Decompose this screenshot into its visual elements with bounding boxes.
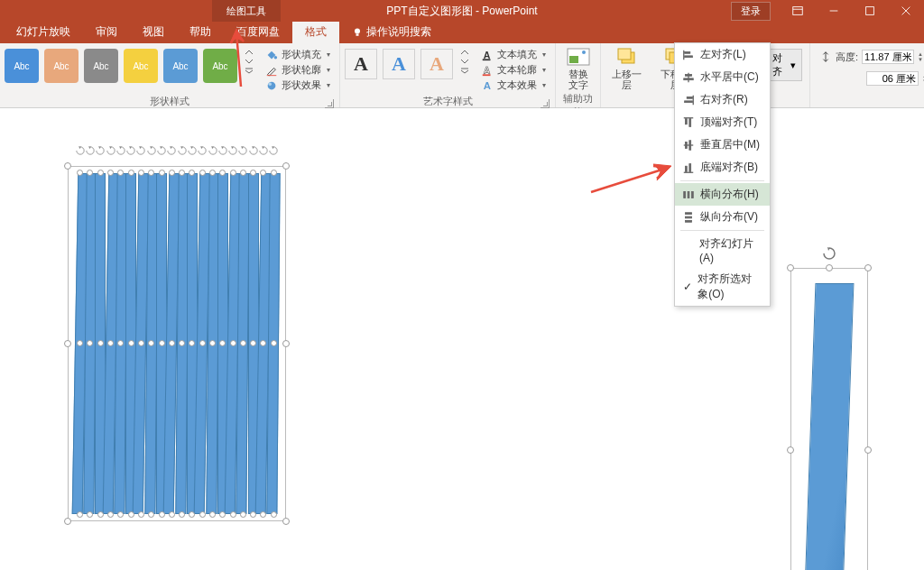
bring-forward-button[interactable]: 上移一层 xyxy=(605,45,649,92)
align-bottom-item[interactable]: 底端对齐(B) xyxy=(675,156,770,179)
svg-rect-50 xyxy=(692,191,694,198)
distribute-v-icon xyxy=(682,211,695,224)
ribbon-display-options-icon[interactable] xyxy=(780,0,816,22)
dialog-launcher-icon[interactable] xyxy=(541,99,550,108)
svg-rect-31 xyxy=(685,51,690,53)
svg-rect-41 xyxy=(689,118,691,126)
svg-rect-3 xyxy=(866,7,874,15)
login-button[interactable]: 登录 xyxy=(731,2,771,21)
tell-me-search[interactable]: 操作说明搜索 xyxy=(339,21,444,43)
tab-help[interactable]: 帮助 xyxy=(177,21,224,43)
align-dropdown-menu: 左对齐(L) 水平居中(C) 右对齐(R) 顶端对齐(T) 垂直居中(M) 底端… xyxy=(674,42,771,307)
dialog-launcher-icon[interactable] xyxy=(325,99,334,108)
tab-format[interactable]: 格式 xyxy=(292,21,339,43)
align-left-item[interactable]: 左对齐(L) xyxy=(675,43,770,66)
wordart-swatch[interactable]: A xyxy=(420,49,453,79)
bring-forward-icon xyxy=(614,47,640,67)
text-outline-icon: A xyxy=(481,64,494,77)
group-accessibility: 替换 文字 辅助功能 xyxy=(556,43,601,107)
selected-shapes-group[interactable] xyxy=(75,173,279,514)
svg-point-12 xyxy=(269,82,273,86)
svg-rect-7 xyxy=(356,33,359,35)
shape-style-swatch[interactable]: Abc xyxy=(5,49,39,83)
rotation-handles-row xyxy=(75,146,279,155)
group-wordart-styles: A A A A文本填充▾ A文本轮廓▾ A文本效果▾ 艺术字样式 xyxy=(340,43,556,107)
svg-rect-34 xyxy=(686,74,692,76)
svg-rect-40 xyxy=(686,118,688,124)
align-top-item[interactable]: 顶端对齐(T) xyxy=(675,111,770,133)
svg-rect-46 xyxy=(686,166,688,171)
align-center-h-item[interactable]: 水平居中(C) xyxy=(675,66,770,88)
shape-style-swatch[interactable]: Abc xyxy=(163,49,198,83)
svg-rect-37 xyxy=(687,97,692,98)
width-input[interactable] xyxy=(866,71,919,86)
svg-rect-43 xyxy=(686,142,688,148)
distribute-horizontal-item[interactable]: 横向分布(H) xyxy=(675,183,770,206)
wordart-swatch[interactable]: A xyxy=(383,49,415,79)
text-fill-button[interactable]: A文本填充▾ xyxy=(479,47,548,62)
height-input[interactable] xyxy=(862,50,914,64)
svg-rect-17 xyxy=(483,74,491,76)
maximize-icon[interactable] xyxy=(852,0,888,22)
svg-point-11 xyxy=(268,81,276,89)
shape-fill-button[interactable]: 形状填充▾ xyxy=(263,47,332,62)
slide-canvas[interactable] xyxy=(0,108,924,570)
lightbulb-icon xyxy=(352,27,363,38)
bucket-icon xyxy=(265,49,278,61)
align-to-slide-item[interactable]: 对齐幻灯片(A) xyxy=(675,233,770,268)
gallery-scroll[interactable] xyxy=(457,45,472,78)
align-top-icon xyxy=(682,116,695,129)
shape-style-swatch[interactable]: Abc xyxy=(44,49,79,83)
wordart-swatch[interactable]: A xyxy=(345,49,377,79)
text-effects-button[interactable]: A文本效果▾ xyxy=(479,78,548,93)
tab-slideshow[interactable]: 幻灯片放映 xyxy=(4,21,83,43)
tab-review[interactable]: 审阅 xyxy=(83,21,130,43)
align-right-item[interactable]: 右对齐(R) xyxy=(675,88,770,111)
svg-rect-23 xyxy=(618,49,631,60)
svg-rect-10 xyxy=(267,75,277,76)
svg-point-21 xyxy=(582,51,586,54)
rotation-handle-icon[interactable] xyxy=(822,246,836,263)
text-fill-icon: A xyxy=(481,49,494,61)
svg-rect-44 xyxy=(689,140,691,150)
svg-rect-15 xyxy=(483,59,491,60)
minimize-icon[interactable] xyxy=(816,0,852,22)
svg-point-9 xyxy=(274,55,278,59)
align-to-selected-item[interactable]: ✓对齐所选对象(O) xyxy=(675,268,770,306)
svg-rect-49 xyxy=(688,191,689,198)
close-icon[interactable] xyxy=(888,0,924,22)
contextual-tab-drawing-tools: 绘图工具 xyxy=(212,0,281,22)
selection-outline xyxy=(790,268,868,570)
svg-rect-35 xyxy=(684,78,694,79)
align-bottom-icon xyxy=(682,161,695,174)
text-effects-icon: A xyxy=(481,79,494,92)
text-outline-button[interactable]: A文本轮廓▾ xyxy=(479,62,548,78)
align-middle-v-icon xyxy=(682,139,695,152)
annotation-arrow xyxy=(587,161,677,199)
annotation-arrow xyxy=(227,25,254,91)
effects-icon xyxy=(265,79,278,92)
ribbon-tabs: 幻灯片放映 审阅 视图 帮助 百度网盘 格式 操作说明搜索 xyxy=(0,22,924,43)
align-center-h-icon xyxy=(682,71,695,84)
shape-effects-button[interactable]: 形状效果▾ xyxy=(263,78,332,93)
svg-text:A: A xyxy=(484,49,491,60)
distribute-vertical-item[interactable]: 纵向分布(V) xyxy=(675,206,770,228)
align-right-icon xyxy=(682,94,695,106)
height-input-row: 高度: ▲▼ xyxy=(818,49,924,65)
shape-style-swatch[interactable]: Abc xyxy=(124,49,158,83)
svg-rect-47 xyxy=(689,163,691,171)
svg-rect-20 xyxy=(569,56,578,63)
ribbon: Abc Abc Abc Abc Abc Abc 形状填充▾ 形状轮廓▾ 形状效果… xyxy=(0,43,924,108)
alt-text-button[interactable]: 替换 文字 xyxy=(560,45,596,92)
shape-style-swatch[interactable]: Abc xyxy=(84,49,118,83)
width-input-row: ▲▼ xyxy=(818,70,924,87)
titlebar: 绘图工具 PPT自定义图形图 - PowerPoint 登录 xyxy=(0,0,924,22)
svg-rect-51 xyxy=(686,212,692,214)
tab-view[interactable]: 视图 xyxy=(130,21,177,43)
align-middle-v-item[interactable]: 垂直居中(M) xyxy=(675,133,770,156)
svg-rect-53 xyxy=(686,220,692,222)
group-shape-styles: Abc Abc Abc Abc Abc Abc 形状填充▾ 形状轮廓▾ 形状效果… xyxy=(0,43,340,107)
align-left-icon xyxy=(682,49,695,61)
svg-rect-0 xyxy=(793,7,803,15)
shape-outline-button[interactable]: 形状轮廓▾ xyxy=(263,62,332,78)
